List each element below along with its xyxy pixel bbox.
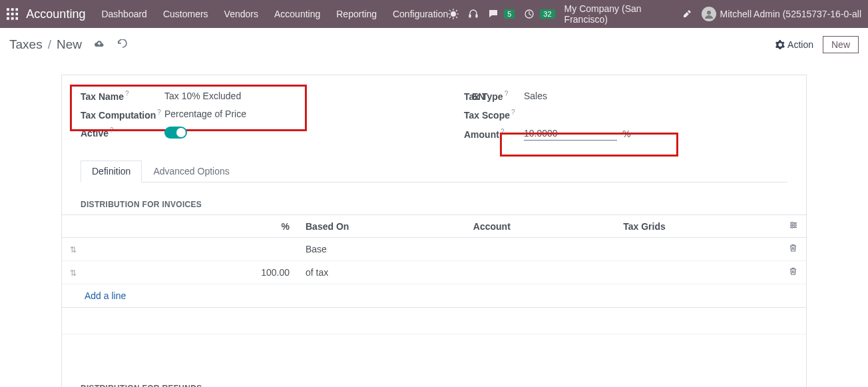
- action-dropdown[interactable]: Action: [775, 39, 813, 50]
- help-icon[interactable]: ?: [110, 127, 114, 134]
- svg-point-19: [791, 226, 793, 228]
- apps-icon[interactable]: [7, 8, 18, 20]
- tax-computation-label: Tax Computation?: [81, 109, 164, 121]
- nav-reporting[interactable]: Reporting: [336, 9, 377, 19]
- lang-badge[interactable]: EN: [472, 91, 485, 102]
- svg-rect-0: [7, 8, 9, 11]
- breadcrumb-root[interactable]: Taxes: [9, 37, 43, 52]
- tax-computation-value[interactable]: Percentage of Price: [164, 109, 246, 119]
- field-tax-computation: Tax Computation? Percentage of Price: [81, 109, 404, 121]
- actions: Action New: [775, 36, 859, 53]
- amount-input[interactable]: [524, 127, 617, 141]
- col-based-on: Based On: [298, 215, 465, 238]
- row-pct[interactable]: [85, 238, 298, 261]
- help-icon[interactable]: ?: [505, 90, 509, 97]
- topbar-right: 5 32 My Company (San Francisco) Mitchell…: [448, 3, 861, 25]
- tab-definition[interactable]: Definition: [81, 161, 142, 183]
- breadcrumb-sep: /: [48, 37, 51, 52]
- nav-configuration[interactable]: Configuration: [393, 9, 448, 19]
- svg-rect-3: [7, 13, 9, 15]
- svg-point-9: [451, 11, 456, 17]
- help-icon[interactable]: ?: [511, 109, 515, 116]
- tax-name-label: Tax Name?: [81, 90, 164, 102]
- breadcrumb: Taxes / New: [9, 37, 82, 52]
- svg-rect-5: [15, 13, 18, 15]
- row-based-on[interactable]: Base: [298, 238, 465, 261]
- drag-handle-icon[interactable]: ⇅: [70, 245, 77, 254]
- svg-point-17: [791, 222, 793, 224]
- nav-accounting[interactable]: Accounting: [274, 9, 320, 19]
- field-amount: Amount? %: [464, 127, 787, 141]
- active-toggle[interactable]: [164, 127, 187, 139]
- breadcrumb-current: New: [57, 37, 82, 52]
- table-row[interactable]: ⇅ Base: [62, 238, 806, 261]
- svg-rect-8: [15, 17, 18, 20]
- drag-handle-icon[interactable]: ⇅: [70, 268, 77, 278]
- svg-rect-2: [15, 8, 18, 11]
- company-switcher[interactable]: My Company (San Francisco): [564, 3, 672, 25]
- help-icon[interactable]: ?: [125, 90, 129, 97]
- row-based-on[interactable]: of tax: [298, 261, 465, 284]
- chat-badge: 5: [504, 9, 515, 19]
- svg-rect-10: [469, 15, 471, 17]
- nav-vendors[interactable]: Vendors: [224, 9, 258, 19]
- columns-settings-icon[interactable]: [789, 220, 798, 232]
- col-actions: [779, 215, 806, 238]
- table-row[interactable]: ⇅ 100.00 of tax: [62, 261, 806, 284]
- col-tax-grids: Tax Grids: [615, 215, 779, 238]
- nav-dashboard[interactable]: Dashboard: [101, 9, 147, 19]
- gear-icon: [775, 40, 785, 49]
- form-top: EN Tax Name? Tax 10% Excluded Tax Comput…: [62, 75, 806, 154]
- col-pct: %: [85, 215, 298, 238]
- field-tax-scope: Tax Scope?: [464, 109, 787, 121]
- tabs: Definition Advanced Options: [81, 161, 787, 183]
- row-account[interactable]: [465, 261, 615, 284]
- tax-name-value[interactable]: Tax 10% Excluded: [164, 91, 241, 101]
- row-pct[interactable]: 100.00: [85, 261, 298, 284]
- cloud-upload-icon[interactable]: [94, 39, 105, 51]
- add-line[interactable]: Add a line: [62, 284, 806, 307]
- svg-rect-11: [476, 15, 477, 17]
- new-button[interactable]: New: [823, 36, 859, 53]
- help-icon[interactable]: ?: [157, 109, 161, 116]
- help-icon[interactable]: ?: [501, 128, 505, 135]
- amount-suffix: %: [622, 129, 630, 139]
- svg-point-13: [707, 11, 711, 15]
- tab-advanced[interactable]: Advanced Options: [142, 161, 240, 182]
- app-title[interactable]: Accounting: [26, 7, 85, 21]
- field-tax-type: Tax Type? Sales: [464, 90, 787, 102]
- tax-type-value[interactable]: Sales: [524, 91, 547, 101]
- main-nav: Dashboard Customers Vendors Accounting R…: [101, 9, 448, 19]
- user-name: Mitchell Admin (52515737-16-0-all: [720, 9, 861, 19]
- row-tax-grids[interactable]: [615, 238, 779, 261]
- svg-rect-1: [11, 8, 14, 11]
- tools-icon[interactable]: [682, 9, 692, 19]
- left-col: Tax Name? Tax 10% Excluded Tax Computati…: [81, 90, 404, 147]
- clock-badge: 32: [540, 9, 554, 19]
- topbar: Accounting Dashboard Customers Vendors A…: [0, 0, 868, 28]
- delete-row-icon[interactable]: [789, 244, 797, 254]
- active-label: Active?: [81, 127, 164, 139]
- debug-icon[interactable]: [448, 9, 459, 19]
- row-tax-grids[interactable]: [615, 261, 779, 284]
- col-drag: [62, 215, 85, 238]
- support-icon[interactable]: [468, 9, 479, 19]
- invoices-title: DISTRIBUTION FOR INVOICES: [62, 183, 806, 214]
- user-menu[interactable]: Mitchell Admin (52515737-16-0-all: [702, 7, 861, 21]
- clock-icon[interactable]: [524, 9, 535, 19]
- delete-row-icon[interactable]: [789, 267, 797, 278]
- control-panel: Taxes / New Action New: [0, 28, 868, 63]
- row-account[interactable]: [465, 238, 615, 261]
- svg-point-18: [794, 224, 796, 226]
- field-tax-name: Tax Name? Tax 10% Excluded: [81, 90, 404, 102]
- field-active: Active?: [81, 127, 404, 139]
- avatar: [702, 7, 716, 21]
- form-sheet: EN Tax Name? Tax 10% Excluded Tax Comput…: [61, 75, 807, 387]
- svg-rect-7: [11, 17, 14, 20]
- discard-icon[interactable]: [116, 39, 127, 51]
- table-header: % Based On Account Tax Grids: [62, 215, 806, 238]
- col-account: Account: [465, 215, 615, 238]
- status-icons: [94, 39, 127, 51]
- chat-icon[interactable]: [488, 9, 499, 19]
- nav-customers[interactable]: Customers: [163, 9, 208, 19]
